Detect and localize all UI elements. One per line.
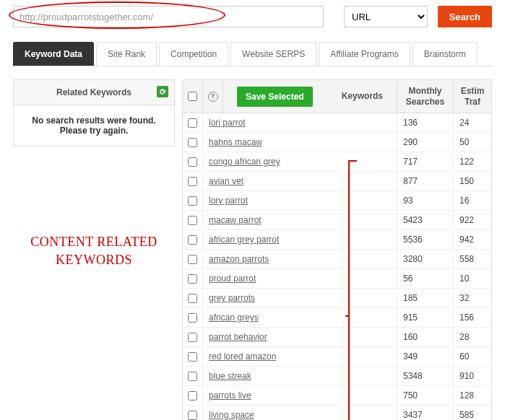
keyword-link[interactable]: proud parrot (209, 274, 256, 284)
traffic-value: 10 (459, 274, 469, 284)
traffic-value: 585 (459, 410, 474, 420)
monthly-value: 750 (403, 390, 418, 401)
row-checkbox[interactable] (188, 352, 197, 362)
traffic-value: 50 (459, 137, 469, 147)
row-checkbox[interactable] (188, 235, 197, 245)
monthly-value: 717 (403, 157, 418, 167)
no-results-text-2: Please try again. (21, 126, 167, 136)
url-input[interactable] (13, 6, 324, 27)
monthly-value: 349 (403, 351, 418, 362)
tab-keyword-data[interactable]: Keyword Data (13, 42, 94, 66)
monthly-value: 56 (403, 274, 413, 284)
table-row: hahns macaw29050 (183, 133, 491, 152)
monthly-value: 5348 (403, 371, 423, 381)
traffic-value: 60 (459, 351, 469, 362)
monthly-value: 3280 (403, 254, 423, 264)
traffic-value: 910 (459, 371, 474, 381)
traffic-value: 32 (459, 293, 469, 303)
keyword-link[interactable]: macaw parrot (209, 215, 262, 225)
keyword-link[interactable]: african grey parrot (209, 235, 279, 245)
search-type-select[interactable]: URL (344, 6, 428, 27)
row-checkbox[interactable] (188, 411, 197, 420)
help-icon[interactable]: ? (208, 92, 218, 102)
row-checkbox[interactable] (188, 313, 197, 323)
traffic-value: 16 (459, 196, 469, 206)
row-checkbox[interactable] (188, 177, 197, 186)
monthly-value: 93 (403, 196, 413, 206)
annotation-text: CONTENT RELATED KEYWORDS (13, 233, 175, 269)
table-row: lory parrot9316 (183, 191, 491, 211)
traffic-value: 28 (459, 332, 469, 342)
monthly-value: 290 (403, 137, 418, 147)
monthly-value: 877 (403, 176, 418, 186)
keyword-link[interactable]: living space (209, 410, 254, 420)
tab-competition[interactable]: Competition (159, 42, 228, 66)
select-all-checkbox[interactable] (188, 92, 197, 101)
save-selected-button[interactable]: Save Selected (237, 87, 313, 107)
traffic-value: 942 (459, 235, 474, 245)
keyword-link[interactable]: lori parrot (209, 118, 246, 128)
table-row: red lored amazon34960 (183, 347, 491, 367)
monthly-value: 915 (403, 312, 418, 323)
keyword-link[interactable]: grey parrots (209, 293, 255, 303)
traffic-value: 156 (459, 312, 474, 323)
monthly-value: 5423 (403, 215, 423, 225)
no-results-text: No search results were found. (21, 115, 167, 126)
tab-affiliate-programs[interactable]: Affiliate Programs (319, 42, 410, 66)
monthly-value: 5536 (403, 235, 423, 245)
panel-title: Related Keywords (56, 87, 131, 97)
keywords-table: ? Save Selected Keywords MonthlySearches… (182, 79, 492, 420)
table-row: grey parrots18532 (183, 289, 491, 308)
traffic-value: 122 (459, 157, 474, 167)
row-checkbox[interactable] (188, 138, 197, 147)
table-row: parrot behavior16028 (183, 328, 491, 347)
table-row: lori parrot13624 (183, 113, 491, 133)
keyword-link[interactable]: hahns macaw (209, 137, 262, 147)
keyword-link[interactable]: congo african grey (209, 157, 280, 167)
related-keywords-panel: Related Keywords ⟳ No search results wer… (13, 79, 175, 146)
traffic-value: 24 (459, 118, 469, 128)
keyword-link[interactable]: parrot behavior (209, 332, 267, 342)
tab-site-rank[interactable]: Site Rank (96, 42, 157, 66)
keyword-link[interactable]: parrots live (209, 390, 251, 401)
row-checkbox[interactable] (188, 216, 197, 225)
row-checkbox[interactable] (188, 294, 197, 303)
monthly-value: 160 (403, 332, 418, 342)
table-row: avian vet877150 (183, 172, 491, 191)
table-row: blue streak5348910 (183, 367, 491, 386)
traffic-value: 128 (459, 390, 474, 401)
monthly-value: 3437 (403, 410, 423, 420)
row-checkbox[interactable] (188, 274, 197, 284)
tab-brainstorm[interactable]: Brainstorm (413, 42, 478, 66)
col-header-traffic: EstimTraf (454, 80, 491, 113)
keyword-link[interactable]: blue streak (209, 371, 251, 381)
keyword-link[interactable]: african greys (209, 312, 259, 323)
row-checkbox[interactable] (188, 196, 197, 206)
keyword-link[interactable]: lory parrot (209, 196, 248, 206)
search-button[interactable]: Search (438, 6, 492, 27)
tab-website-serps[interactable]: Website SERPS (230, 42, 316, 66)
keyword-link[interactable]: avian vet (209, 176, 243, 186)
traffic-value: 150 (459, 176, 474, 186)
table-row: parrots live750128 (183, 386, 491, 406)
table-row: proud parrot5610 (183, 269, 491, 289)
monthly-value: 185 (403, 293, 418, 303)
row-checkbox[interactable] (188, 118, 197, 128)
keyword-link[interactable]: amazon parrots (209, 254, 269, 264)
table-row: living space3437585 (183, 406, 491, 420)
table-row: african greys915156 (183, 308, 491, 328)
traffic-value: 922 (459, 215, 474, 225)
col-header-keywords: Keywords (342, 91, 383, 101)
row-checkbox[interactable] (188, 255, 197, 264)
table-row: macaw parrot5423922 (183, 211, 491, 230)
table-row: african grey parrot5536942 (183, 230, 491, 250)
row-checkbox[interactable] (188, 333, 197, 342)
annotation-bracket (348, 160, 357, 420)
refresh-icon[interactable]: ⟳ (157, 86, 168, 97)
row-checkbox[interactable] (188, 157, 197, 167)
keyword-link[interactable]: red lored amazon (209, 351, 276, 362)
row-checkbox[interactable] (188, 372, 197, 381)
tab-bar: Keyword DataSite RankCompetitionWebsite … (13, 42, 492, 66)
row-checkbox[interactable] (188, 391, 197, 401)
monthly-value: 136 (403, 118, 418, 128)
